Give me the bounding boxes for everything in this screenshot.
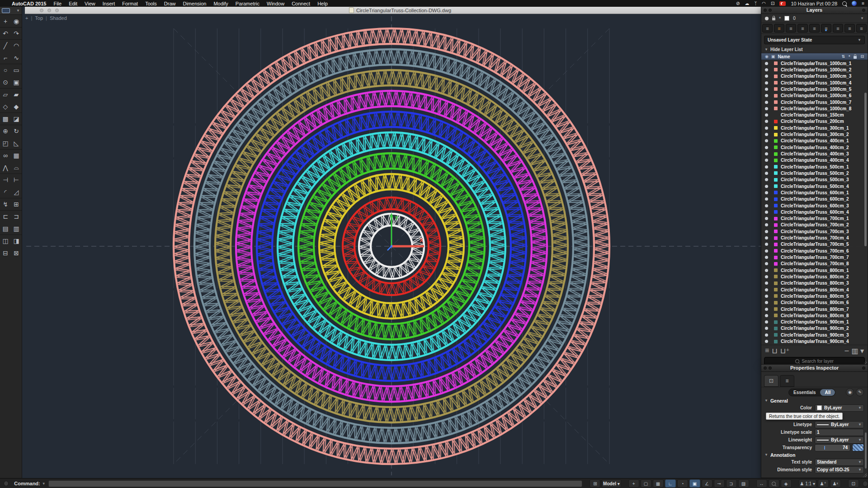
layer-color-swatch[interactable] (774, 249, 778, 253)
annotation-visibility-button[interactable]: ♟⁺ (818, 479, 829, 488)
display-icon[interactable]: ⊡ (771, 1, 774, 6)
layer-row[interactable]: CircleTriangularTruss_900cm_1 (761, 319, 868, 325)
layout-grid-button[interactable]: ⊞ (590, 479, 600, 488)
layer-color-swatch[interactable] (774, 230, 778, 233)
layer-off-icon[interactable]: ≡ (809, 24, 820, 33)
palette-collapse-button[interactable] (769, 366, 772, 370)
layer-row[interactable]: CircleTriangularTruss_600cm_1 (761, 189, 868, 196)
ortho-toggle[interactable]: ∟ (665, 479, 676, 488)
ungroup-tool[interactable]: ◨ (11, 235, 22, 247)
notification-center-icon[interactable]: ≡ (862, 1, 864, 6)
layer-row[interactable]: CircleTriangularTruss_800cm_6 (761, 300, 868, 306)
layer-row[interactable]: CircleTriangularTruss_300cm_1 (761, 125, 868, 131)
explode-tool[interactable]: ▤ (0, 222, 11, 235)
drawing-viewport[interactable]: +|Top|Shaded YX (22, 14, 868, 478)
mtext-tool[interactable]: ◆ (11, 100, 22, 113)
palette-close-button[interactable] (764, 366, 767, 370)
layer-row[interactable]: CircleTriangularTruss_1000cm_6 (761, 93, 868, 99)
zoom-button[interactable] (769, 479, 779, 488)
circle-tool[interactable]: ○ (0, 64, 11, 76)
layer-visibility-icon[interactable] (765, 314, 768, 317)
layer-row[interactable]: CircleTriangularTruss_600cm_3 (761, 202, 868, 209)
layer-color-swatch[interactable] (774, 126, 778, 130)
layer-list-header[interactable]: ◉ ▣ Name ⇅ * ⊟ (761, 53, 868, 60)
layer-row[interactable]: CircleTriangularTruss_800cm_4 (761, 286, 868, 293)
layer-visibility-icon[interactable] (765, 211, 768, 214)
color-dropdown[interactable]: ByLayer ▼ (815, 404, 864, 412)
menu-item-modify[interactable]: Modify (213, 1, 228, 6)
layer-row[interactable]: CircleTriangularTruss_800cm_7 (761, 306, 868, 312)
area-tool[interactable]: ⊠ (11, 247, 22, 259)
layer-color-swatch[interactable] (774, 87, 778, 91)
transparency-pattern-button[interactable]: ▼ (852, 444, 864, 451)
layer-color-swatch[interactable] (774, 262, 778, 266)
print-column-icon[interactable]: ⊟ (860, 54, 864, 59)
menu-item-help[interactable]: Help (317, 1, 328, 6)
layer-visibility-icon[interactable] (765, 262, 768, 265)
layer-row[interactable]: CircleTriangularTruss_800cm_8 (761, 312, 868, 319)
move-tool[interactable]: ⊕ (0, 125, 11, 137)
layer-row[interactable]: CircleTriangularTruss_1000cm_7 (761, 99, 868, 105)
layer-color-swatch[interactable] (774, 197, 778, 201)
layer-row[interactable]: CircleTriangularTruss_300cm_2 (761, 131, 868, 137)
layer-color-swatch[interactable] (774, 94, 778, 98)
layer-color-swatch[interactable] (774, 340, 778, 343)
layer-visibility-icon[interactable] (765, 333, 768, 337)
eyedropper-button[interactable]: ✎ (856, 388, 864, 396)
layer-visibility-icon[interactable] (765, 165, 768, 169)
layer-row[interactable]: CircleTriangularTruss_700cm_6 (761, 248, 868, 254)
arc-tool[interactable]: ◠ (11, 39, 22, 52)
annotation-scale-dropdown[interactable]: ♟ 1:1 ▾ (799, 479, 816, 488)
layer-color-swatch[interactable] (774, 145, 778, 149)
linetype-scale-field[interactable]: 1 (815, 429, 864, 436)
segment-all[interactable]: All (820, 389, 835, 396)
layer-row[interactable]: CircleTriangularTruss_800cm_5 (761, 293, 868, 299)
mirror-tool[interactable]: ⋀ (0, 161, 11, 174)
menu-item-dimension[interactable]: Dimension (183, 1, 206, 6)
layer-row[interactable]: CircleTriangularTruss_500cm_1 (761, 164, 868, 170)
palette-collapse-button[interactable] (769, 9, 772, 12)
layer-row[interactable]: CircleTriangularTruss_1000cm_4 (761, 80, 868, 86)
layer-visibility-icon[interactable] (765, 68, 768, 71)
layer-visibility-icon[interactable] (765, 81, 768, 84)
siri-icon[interactable] (852, 1, 857, 6)
layer-isolate-icon[interactable]: ≡ (774, 24, 784, 33)
tab-layer-properties[interactable]: ≡ (780, 375, 794, 387)
layer-row[interactable]: CircleTriangularTruss_800cm_2 (761, 273, 868, 280)
cloud-icon[interactable]: ☁ (745, 1, 749, 6)
layer-color-swatch[interactable] (774, 159, 778, 162)
tool-set-selector[interactable]: ▼ (0, 7, 22, 15)
pointer-tool[interactable]: + (0, 15, 11, 27)
rotate-tool[interactable]: ↻ (11, 125, 22, 137)
layer-state-dropdown[interactable]: Unsaved Layer State ▼ (764, 36, 865, 44)
layer-row[interactable]: CircleTriangularTruss_1000cm_2 (761, 66, 868, 73)
layer-color-swatch[interactable] (774, 217, 778, 221)
layer-color-swatch[interactable] (774, 178, 778, 182)
clean-screen-button[interactable]: ⊡ (848, 479, 859, 488)
snap-toggle[interactable]: + (628, 479, 639, 488)
layer-color-swatch[interactable] (774, 223, 778, 227)
layer-row[interactable]: CircleTriangularTruss_600cm_4 (761, 209, 868, 215)
layer-color-swatch[interactable] (774, 120, 778, 123)
layer-color-swatch[interactable] (774, 327, 778, 330)
menu-item-edit[interactable]: Edit (69, 1, 77, 6)
layer-visibility-icon[interactable] (765, 152, 768, 155)
lock-column-icon[interactable] (854, 56, 857, 59)
layer-row[interactable]: CircleTriangularTruss_150cm (761, 112, 868, 118)
layer-visibility-icon[interactable] (765, 127, 768, 130)
text-style-dropdown[interactable]: Standard ▼ (815, 459, 864, 466)
edit-polyline-tool[interactable]: ⌓ (11, 161, 22, 174)
layer-visibility-icon[interactable] (765, 185, 768, 188)
line-tool[interactable]: ╱ (0, 39, 11, 52)
palette-action-button[interactable] (862, 9, 865, 12)
layer-row[interactable]: CircleTriangularTruss_400cm_4 (761, 157, 868, 164)
app-menu[interactable]: AutoCAD 2015 (12, 1, 46, 6)
layer-row[interactable]: CircleTriangularTruss_200cm (761, 118, 868, 125)
sort-icon[interactable]: ⇅ (841, 54, 845, 59)
layer-color-swatch[interactable] (774, 314, 778, 317)
layer-row[interactable]: CircleTriangularTruss_1000cm_8 (761, 105, 868, 112)
palette-resize-grip[interactable] (863, 473, 867, 477)
layer-visibility-icon[interactable] (765, 113, 768, 117)
layer-visibility-icon[interactable] (765, 320, 768, 324)
layer-visibility-icon[interactable] (765, 256, 768, 259)
